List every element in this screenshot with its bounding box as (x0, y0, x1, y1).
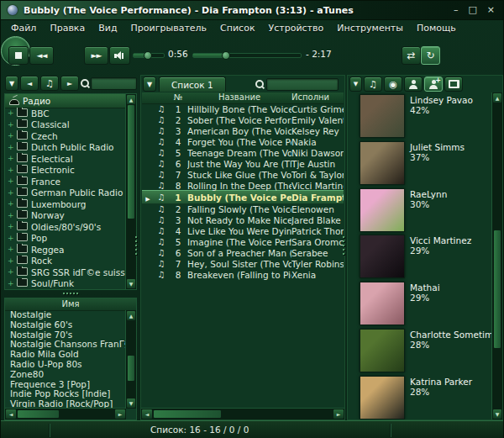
playlist-row[interactable]: ▶ ♫ 4 Live Like You Were Dying ... Patri… (142, 225, 344, 236)
playlist-row[interactable]: ▶ ♫ 6 Son of a Preacher Man (T... Serabe… (142, 247, 344, 258)
station-item[interactable]: Nostalgie (5, 310, 126, 320)
stations-hscrollbar[interactable]: ◄ ► (5, 408, 126, 420)
station-item[interactable]: Nostalgie 60's (5, 320, 126, 330)
tree-root-radio[interactable]: Радио (5, 94, 136, 108)
close-button[interactable]: × (487, 5, 495, 15)
context-album-tab[interactable]: ◉ (384, 77, 402, 92)
station-item[interactable]: Nostalgie 70's (5, 330, 126, 340)
stations-column-header[interactable]: Имя (5, 298, 136, 311)
artist-item[interactable]: RaeLynn 30% (348, 187, 492, 234)
minimize-button[interactable]: – (454, 5, 459, 15)
stations-scrollbar-thumb[interactable] (127, 355, 135, 382)
station-item[interactable]: Indie Pop Rocks [Indie] (5, 389, 126, 399)
playlist-dropdown-button[interactable]: ▼ (143, 77, 156, 92)
expand-icon[interactable]: + (8, 144, 13, 151)
expand-icon[interactable]: + (8, 212, 13, 219)
artist-item[interactable]: Charlotte Sometimes 28% (348, 327, 492, 374)
artist-item[interactable]: Juliet Simms 37% (348, 140, 492, 187)
volume-thumb[interactable] (144, 51, 152, 60)
tree-item[interactable]: + Norway (5, 210, 126, 222)
playlist-row[interactable]: ▶ ♫ 4 Forget You (The Voice Pe... Nakia (142, 136, 344, 147)
playlist-row[interactable]: ▶ ♫ 3 American Boy (The Voice ... Kelsey… (142, 125, 344, 136)
artist-item[interactable]: Katrina Parker 28% (348, 374, 492, 420)
tree-item[interactable]: + Soul/Funk (5, 278, 126, 290)
station-item[interactable]: Frequence 3 [Pop] (5, 380, 126, 390)
expand-icon[interactable]: + (8, 166, 13, 174)
playlist-row[interactable]: ▶ ♫ 8 Rolling In the Deep (The ... Vicci… (142, 180, 344, 191)
context-artist-tab[interactable] (404, 77, 423, 92)
scroll-right-icon[interactable]: ► (333, 409, 344, 420)
expand-icon[interactable]: + (8, 132, 13, 140)
station-item[interactable]: Nostalgie Chansons FranГ§aises (5, 340, 126, 350)
playlist-row[interactable]: ▶ ♫ 7 Hey, Soul Sister (The Voic... Tyle… (142, 258, 344, 269)
tree-item[interactable]: + BBC (5, 108, 126, 119)
menu-item[interactable]: Список (213, 21, 261, 35)
expand-icon[interactable]: + (8, 245, 13, 253)
tree-item[interactable]: + Czech (5, 130, 126, 142)
tree-item[interactable]: + Oldies/80's/90's (5, 221, 126, 233)
playlist-row[interactable]: ▶ ♫ 2 Falling Slowly (The Voice ... Elen… (142, 203, 344, 214)
station-item[interactable]: Zone80 (5, 370, 126, 380)
stations-scrollbar[interactable]: ▲ ▼ (125, 310, 136, 409)
stop-button[interactable] (8, 46, 29, 65)
playlist-row[interactable]: ▶ ♫ 5 Imagine (The Voice Perfo... Sara O… (142, 236, 344, 247)
artist-item[interactable]: Lindsey Pavao 42% (348, 92, 492, 140)
playlist-row[interactable]: ▶ ♫ 3 Not Ready to Make Nice (... Jared … (142, 214, 344, 225)
station-item[interactable]: Radio U-Pop 80s (5, 360, 126, 370)
context-similar-artists-tab[interactable]: + (424, 77, 443, 92)
context-track-tab[interactable]: ♫ (364, 77, 382, 92)
tree-item[interactable]: + Pop (5, 233, 126, 245)
horizontal-splitter[interactable] (4, 290, 137, 297)
navigator-dropdown-button[interactable]: ▼ (5, 76, 18, 91)
scroll-down-icon[interactable]: ▼ (126, 278, 136, 289)
tree-item[interactable]: + Rock (5, 256, 126, 267)
progress-slider[interactable] (192, 53, 302, 58)
menu-item[interactable]: Инструменты (330, 21, 410, 35)
next-button[interactable]: ►► (84, 46, 108, 65)
artists-scrollbar[interactable]: ▲ ▼ (491, 92, 502, 420)
scroll-left-icon[interactable]: ◄ (141, 409, 153, 420)
expand-icon[interactable]: + (8, 155, 13, 162)
expand-icon[interactable]: + (8, 268, 13, 276)
context-dropdown-button[interactable]: ▼ (349, 77, 362, 92)
expand-icon[interactable]: + (8, 109, 13, 117)
expand-icon[interactable]: + (8, 280, 13, 288)
tree-item[interactable]: + Eclectical (5, 153, 126, 165)
tree-item[interactable]: + Reggea (5, 244, 126, 256)
playlist-row[interactable]: ▶ ♫ 1 Bubbly (The Voice Perfo... Dia Fra… (142, 190, 344, 204)
expand-icon[interactable]: + (8, 200, 13, 208)
right-splitter-handle[interactable] (343, 236, 346, 255)
station-item[interactable]: Radio Mila Gold (5, 350, 126, 360)
context-video-tab[interactable] (444, 77, 463, 92)
playlist-row[interactable]: ▶ ♫ 8 Breakeven (Falling to Piec... Xeni… (142, 269, 344, 280)
nav-music-button[interactable]: ♫ (40, 76, 59, 91)
menu-item[interactable]: Файл (4, 21, 43, 35)
expand-icon[interactable]: + (8, 235, 13, 242)
column-header-artist[interactable]: Исполни (291, 92, 344, 103)
tree-item[interactable]: + SRG SSR idГ©e suisse (5, 266, 126, 278)
title-bar[interactable]: Bubbly (The Voice Performance) - Dia Fra… (1, 1, 503, 20)
playlist-row[interactable]: ▶ ♫ 7 Stuck Like Glue (The Voic... Tori … (142, 169, 344, 180)
previous-button[interactable]: ◄◄ (29, 46, 54, 65)
stations-hscrollbar-thumb[interactable] (17, 409, 60, 419)
menu-item[interactable]: Проигрыватель (124, 21, 214, 35)
left-splitter-handle[interactable] (135, 236, 139, 255)
column-header-num[interactable]: № (169, 92, 187, 103)
scroll-right-icon[interactable]: ► (114, 409, 126, 420)
navigator-search-input[interactable] (91, 77, 137, 90)
tree-scrollbar[interactable]: ▲ ▼ (125, 94, 136, 289)
artists-scrollbar-thumb[interactable] (493, 230, 501, 349)
playlist-row[interactable]: ▶ ♫ 2 Sober (The Voice Perform... Emily … (142, 114, 344, 125)
menu-item[interactable]: Вид (92, 21, 123, 35)
volume-slider[interactable] (133, 53, 165, 58)
artist-item[interactable]: Vicci Martinez 29% (348, 233, 492, 280)
artist-item[interactable]: Mathai 29% (348, 280, 492, 327)
menu-item[interactable]: Устройство (262, 21, 331, 35)
menu-item[interactable]: Правка (43, 21, 92, 35)
playlist-tab[interactable]: Список 1 (159, 77, 226, 92)
scroll-left-icon[interactable]: ◄ (5, 409, 17, 420)
maximize-button[interactable]: □ (468, 5, 476, 15)
tree-item[interactable]: + Classical (5, 119, 126, 131)
expand-icon[interactable]: + (8, 177, 13, 185)
column-header-title[interactable]: Название (187, 92, 291, 103)
